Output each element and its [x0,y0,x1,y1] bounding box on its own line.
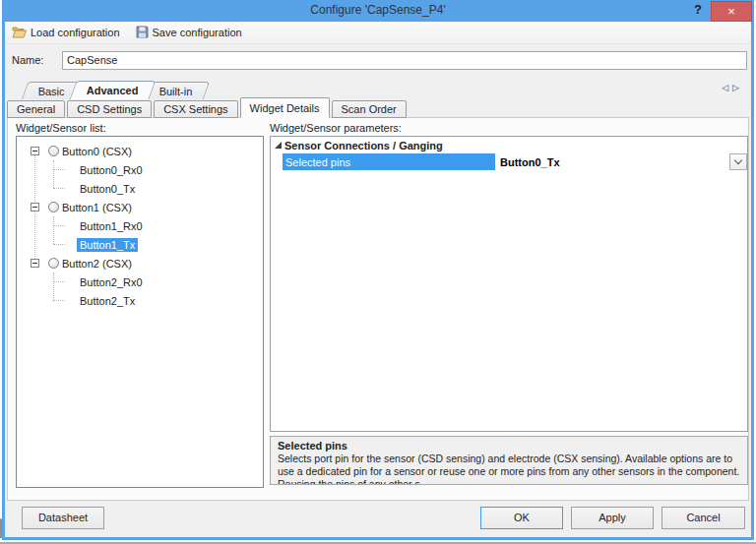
tree-node-button1[interactable]: Button1 (CSX) [17,198,263,216]
collapse-expander-icon[interactable] [31,259,39,268]
tab-csd-settings[interactable]: CSD Settings [67,100,152,118]
load-configuration-button[interactable]: Load configuration [12,26,120,40]
tree-node-button0[interactable]: Button0 (CSX) [17,142,263,160]
tree-node-label[interactable]: Button0_Tx [77,182,138,196]
tree-node-label[interactable]: Button2_Rx0 [77,275,146,289]
widget-sensor-tree-box[interactable]: Button0 (CSX) Button0_Rx0 Button0_Tx [16,136,264,488]
tree-elbow-line [53,235,65,245]
tree-elbow-line [53,291,65,301]
tab-general[interactable]: General [7,100,65,118]
description-text: Selects port pin for the sensor (CSD sen… [278,453,740,485]
open-folder-icon [12,26,27,40]
tree-node-button0-tx[interactable]: Button0_Tx [17,179,263,198]
tree-elbow-line [53,179,65,189]
screen: Configure 'CapSense_P4' ? × Load configu… [0,0,756,544]
collapse-expander-icon[interactable] [31,203,39,212]
tree-elbow-line [53,216,65,226]
save-configuration-button[interactable]: Save configuration [136,26,242,40]
tree-node-label[interactable]: Button0_Rx0 [77,163,146,177]
tree-children: Button0_Rx0 Button0_Tx [17,160,263,198]
load-configuration-label: Load configuration [31,27,120,38]
tree-node-label[interactable]: Button1_Rx0 [77,219,146,233]
category-label: Sensor Connections / Ganging [284,140,443,151]
apply-button[interactable]: Apply [571,507,654,529]
grid-gutter [271,153,283,170]
tree-elbow-line [53,160,65,170]
tab-widget-details[interactable]: Widget Details [240,97,330,118]
tab-csx-settings[interactable]: CSX Settings [154,100,237,118]
parameter-grid: Sensor Connections / Ganging Selected pi… [270,136,748,432]
tab-scroll-arrows[interactable]: ◁▷ [722,83,743,92]
tab-scan-order[interactable]: Scan Order [332,100,407,118]
category-row-sensor-connections[interactable]: Sensor Connections / Ganging [271,137,747,153]
ok-button[interactable]: OK [480,507,563,529]
description-title: Selected pins [278,440,740,452]
tree-node-button2[interactable]: Button2 (CSX) [17,254,263,272]
parameter-name-cell[interactable]: Selected pins [283,153,495,170]
configure-dialog-window: Configure 'CapSense_P4' ? × Load configu… [2,0,754,540]
collapse-expander-icon[interactable] [31,147,39,155]
title-bar[interactable]: Configure 'CapSense_P4' ? × [2,0,754,22]
category-collapse-triangle-icon[interactable] [271,142,284,149]
dialog-title: Configure 'CapSense_P4' [2,3,754,17]
tree-node-button2-tx[interactable]: Button2_Tx [17,291,263,310]
inner-tab-strip: General CSD Settings CSX Settings Widget… [7,99,409,118]
tree-node-button1-rx0[interactable]: Button1_Rx0 [17,216,263,235]
tab-scroll-right-icon[interactable]: ▷ [732,83,743,92]
datasheet-button[interactable]: Datasheet [22,507,104,529]
parameter-value-cell[interactable]: Button0_Tx [495,153,729,170]
outer-tab-strip: Basic Advanced Built-in [25,81,201,99]
tab-advanced[interactable]: Advanced [69,81,155,99]
tree-node-label[interactable]: Button2 (CSX) [59,257,135,271]
tree-children: Button2_Rx0 Button2_Tx [17,272,263,310]
dialog-content: Load configuration Save configuration Na… [5,22,751,537]
tree-node-label[interactable]: Button1 (CSX) [59,201,135,214]
tree-node-label[interactable]: Button0 (CSX) [59,145,135,158]
widget-sensor-parameters-label: Widget/Sensor parameters: [270,122,402,134]
tree-children: Button1_Rx0 Button1_Tx [17,216,263,254]
name-row: Name: [5,49,751,71]
parameter-description-pane: Selected pins Selects port pin for the s… [270,436,748,485]
widget-radio-icon [48,258,59,269]
close-button[interactable]: × [711,1,752,22]
name-input[interactable] [62,51,747,70]
widget-radio-icon [48,146,59,156]
help-button[interactable]: ? [689,2,707,20]
tree-node-button1-tx-selected[interactable]: Button1_Tx [17,235,263,254]
widget-sensor-list-label: Widget/Sensor list: [16,122,106,134]
floppy-disk-icon [136,26,149,40]
tree-node-button2-rx0[interactable]: Button2_Rx0 [17,272,263,291]
widget-sensor-tree: Button0 (CSX) Button0_Rx0 Button0_Tx [17,137,263,310]
toolbar: Load configuration Save configuration [5,22,751,44]
cancel-button[interactable]: Cancel [662,507,745,529]
widget-details-tab-page: Widget/Sensor list: Widget/Sensor parame… [7,117,749,501]
widget-radio-icon [48,202,59,212]
name-label: Name: [5,54,62,66]
tree-node-button0-rx0[interactable]: Button0_Rx0 [17,160,263,179]
parameter-row-selected-pins: Selected pins Button0_Tx [271,153,747,170]
tree-node-label-selected[interactable]: Button1_Tx [77,238,138,252]
dropdown-button[interactable] [729,153,747,170]
tree-node-label[interactable]: Button2_Tx [77,294,138,308]
tree-elbow-line [53,272,65,282]
tab-scroll-left-icon[interactable]: ◁ [722,83,732,92]
save-configuration-label: Save configuration [153,27,242,38]
chevron-down-icon [734,156,742,164]
